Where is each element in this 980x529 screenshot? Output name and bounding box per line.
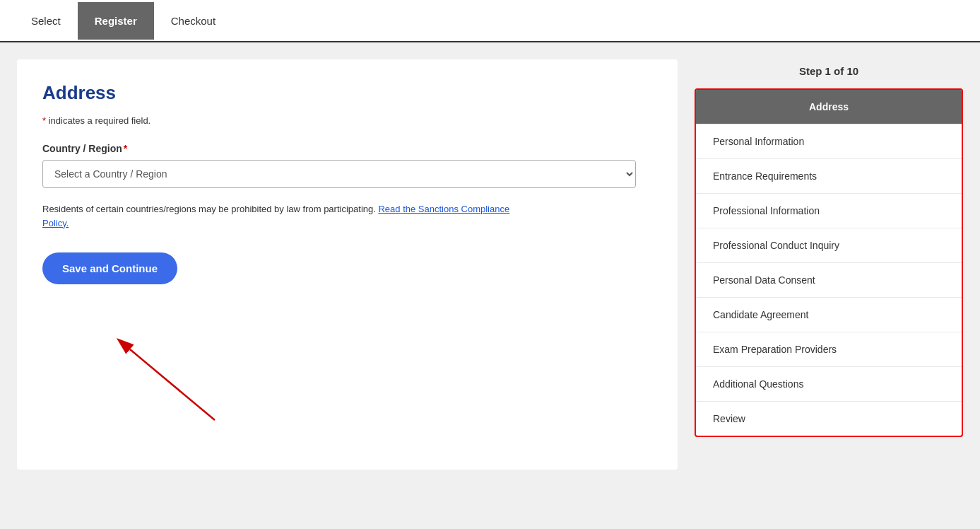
arrow-annotation bbox=[116, 335, 229, 430]
asterisk: * bbox=[42, 115, 46, 126]
step-entrance-requirements[interactable]: Entrance Requirements bbox=[696, 159, 962, 194]
step-exam-preparation-providers[interactable]: Exam Preparation Providers bbox=[696, 332, 962, 367]
tab-checkout[interactable]: Checkout bbox=[154, 2, 232, 40]
step-indicator: Step 1 of 10 bbox=[695, 59, 963, 83]
step-personal-information[interactable]: Personal Information bbox=[696, 124, 962, 159]
steps-list: Address Personal Information Entrance Re… bbox=[695, 88, 963, 437]
sidebar: Step 1 of 10 Address Personal Informatio… bbox=[695, 59, 963, 470]
step-professional-conduct-inquiry[interactable]: Professional Conduct Inquiry bbox=[696, 228, 962, 263]
required-note-text: indicates a required field. bbox=[49, 115, 151, 126]
step-review[interactable]: Review bbox=[696, 402, 962, 436]
page-title: Address bbox=[42, 82, 652, 104]
step-candidate-agreement[interactable]: Candidate Agreement bbox=[696, 298, 962, 332]
step-address[interactable]: Address bbox=[696, 90, 962, 124]
country-label: Country / Region* bbox=[42, 143, 652, 154]
tab-select[interactable]: Select bbox=[14, 2, 78, 40]
content-area: Address * indicates a required field. Co… bbox=[17, 59, 678, 470]
tab-register[interactable]: Register bbox=[78, 2, 154, 40]
save-and-continue-button[interactable]: Save and Continue bbox=[42, 252, 177, 284]
arrow-icon bbox=[116, 335, 229, 427]
main-layout: Address * indicates a required field. Co… bbox=[0, 42, 980, 487]
required-note: * indicates a required field. bbox=[42, 115, 652, 126]
country-select[interactable]: Select a Country / Region bbox=[42, 160, 636, 188]
step-additional-questions[interactable]: Additional Questions bbox=[696, 367, 962, 402]
sanctions-text: Residents of certain countries/regions m… bbox=[42, 202, 537, 230]
top-navigation: Select Register Checkout bbox=[0, 0, 980, 42]
step-professional-information[interactable]: Professional Information bbox=[696, 194, 962, 228]
required-star: * bbox=[124, 143, 127, 154]
svg-line-1 bbox=[130, 349, 215, 420]
step-personal-data-consent[interactable]: Personal Data Consent bbox=[696, 263, 962, 298]
